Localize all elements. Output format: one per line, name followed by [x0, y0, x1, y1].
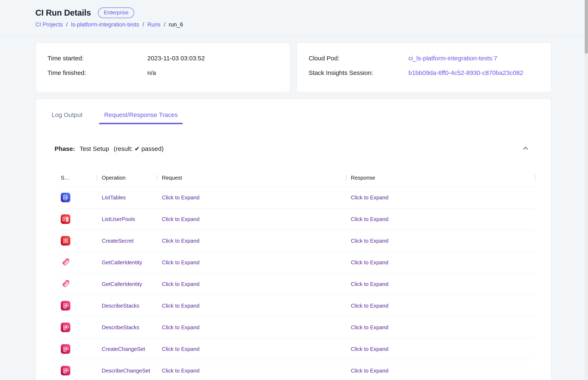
tab-log-output[interactable]: Log Output	[47, 111, 87, 123]
breadcrumb-item[interactable]: CI Projects	[35, 21, 63, 28]
table-row: CreateChangeSet Click to Expand Click to…	[61, 338, 535, 360]
cloudformation-icon	[61, 366, 70, 375]
response-expand-link[interactable]: Click to Expand	[351, 194, 388, 201]
column-header-response: Response	[346, 175, 535, 181]
cloudformation-icon	[61, 344, 70, 354]
tab-request-response-traces[interactable]: Request/Response Traces	[99, 111, 183, 123]
operation-link[interactable]: CreateSecret	[102, 238, 134, 244]
column-divider	[535, 175, 535, 181]
phase-result: (result: ✔ passed)	[114, 145, 164, 152]
table-row: CreateSecret Click to Expand Click to Ex…	[61, 230, 535, 252]
response-expand-link[interactable]: Click to Expand	[351, 281, 388, 287]
field-value-link[interactable]: ci_ls-platform-integration-tests:7	[408, 55, 497, 62]
table-row: DescribeChangeSet Click to Expand Click …	[61, 360, 535, 380]
traces-card: Log OutputRequest/Response Traces Phase:…	[35, 99, 551, 380]
column-header-service: S…	[61, 175, 97, 181]
trace-table: S… Operation Request Response ListTables…	[36, 169, 551, 380]
breadcrumb-item: run_6	[169, 21, 183, 28]
run-times-card: Time started:2023-11-03 03:03:52Time fin…	[35, 42, 290, 92]
breadcrumb: CI Projects/ls-platform-integration-test…	[35, 21, 588, 28]
page-header: CI Run Details Enterprise CI Projects/ls…	[0, 0, 588, 36]
card-row: Stack Insights Session:b1bb09da-6ff0-4c5…	[309, 69, 539, 76]
scrollbar-thumb[interactable]	[585, 0, 588, 54]
operation-link[interactable]: DescribeStacks	[102, 303, 139, 309]
response-expand-link[interactable]: Click to Expand	[351, 346, 388, 352]
field-value-link[interactable]: b1bb09da-6ff0-4c52-8930-c870ba23c082	[408, 69, 523, 76]
table-row: ListTables Click to Expand Click to Expa…	[61, 187, 535, 209]
table-row: DescribeStacks Click to Expand Click to …	[61, 295, 535, 317]
breadcrumb-separator: /	[164, 21, 165, 28]
enterprise-badge: Enterprise	[98, 7, 134, 18]
response-expand-link[interactable]: Click to Expand	[351, 303, 388, 309]
column-header-request: Request	[157, 175, 346, 181]
sts-icon	[61, 279, 70, 288]
cognito-icon	[61, 214, 70, 224]
breadcrumb-separator: /	[66, 21, 68, 28]
field-label: Time finished:	[47, 69, 147, 76]
chevron-up-icon	[522, 145, 529, 153]
sts-icon	[61, 257, 70, 267]
operation-link[interactable]: DescribeChangeSet	[102, 367, 150, 374]
field-value: n/a	[147, 69, 156, 76]
operation-link[interactable]: ListUserPools	[102, 216, 135, 222]
card-row: Time finished:n/a	[47, 69, 278, 76]
request-expand-link[interactable]: Click to Expand	[162, 216, 200, 222]
tab-label: Request/Response Traces	[104, 111, 178, 118]
scrollbar-track[interactable]	[585, 0, 588, 380]
table-body: ListTables Click to Expand Click to Expa…	[61, 187, 535, 380]
request-expand-link[interactable]: Click to Expand	[162, 259, 200, 266]
operation-link[interactable]: DescribeStacks	[102, 324, 139, 330]
card-row: Cloud Pod:ci_ls-platform-integration-tes…	[309, 55, 539, 62]
tab-label: Log Output	[52, 111, 82, 118]
request-expand-link[interactable]: Click to Expand	[162, 367, 200, 374]
active-tab-underline	[99, 123, 183, 124]
request-expand-link[interactable]: Click to Expand	[162, 238, 200, 244]
dynamodb-icon	[61, 193, 70, 202]
request-expand-link[interactable]: Click to Expand	[162, 324, 200, 330]
response-expand-link[interactable]: Click to Expand	[351, 238, 388, 244]
phase-name: Test Setup	[79, 145, 109, 152]
request-expand-link[interactable]: Click to Expand	[162, 281, 200, 287]
operation-link[interactable]: CreateChangeSet	[102, 346, 145, 352]
column-header-operation: Operation	[97, 175, 157, 181]
phase-collapse-button[interactable]	[522, 145, 529, 153]
request-expand-link[interactable]: Click to Expand	[162, 346, 200, 352]
phase-label: Phase:	[55, 145, 75, 152]
breadcrumb-separator: /	[143, 21, 144, 28]
response-expand-link[interactable]: Click to Expand	[351, 216, 388, 222]
field-value: 2023-11-03 03:03:52	[147, 55, 205, 62]
cloudformation-icon	[61, 323, 70, 332]
table-row: DescribeStacks Click to Expand Click to …	[61, 317, 535, 338]
page-title: CI Run Details	[35, 8, 91, 18]
operation-link[interactable]: GetCallerIdentity	[102, 259, 142, 266]
field-label: Stack Insights Session:	[309, 69, 408, 76]
cloudformation-icon	[61, 301, 70, 310]
request-expand-link[interactable]: Click to Expand	[162, 303, 200, 309]
phase-header: Phase: Test Setup (result: ✔ passed)	[36, 145, 551, 153]
breadcrumb-item[interactable]: ls-platform-integration-tests	[71, 21, 139, 28]
response-expand-link[interactable]: Click to Expand	[351, 324, 388, 330]
operation-link[interactable]: ListTables	[102, 194, 126, 201]
response-expand-link[interactable]: Click to Expand	[351, 259, 388, 266]
field-label: Time started:	[47, 55, 147, 62]
table-row: GetCallerIdentity Click to Expand Click …	[61, 273, 535, 295]
field-label: Cloud Pod:	[309, 55, 408, 62]
breadcrumb-item[interactable]: Runs	[147, 21, 160, 28]
table-row: ListUserPools Click to Expand Click to E…	[61, 209, 535, 230]
secretsmanager-icon	[61, 236, 70, 246]
info-cards: Time started:2023-11-03 03:03:52Time fin…	[35, 42, 551, 92]
table-row: GetCallerIdentity Click to Expand Click …	[61, 252, 535, 273]
response-expand-link[interactable]: Click to Expand	[351, 367, 388, 374]
request-expand-link[interactable]: Click to Expand	[162, 194, 200, 201]
card-row: Time started:2023-11-03 03:03:52	[47, 55, 278, 62]
session-card: Cloud Pod:ci_ls-platform-integration-tes…	[296, 42, 551, 92]
table-header-row: S… Operation Request Response	[61, 169, 535, 187]
tabs: Log OutputRequest/Response Traces	[36, 111, 551, 123]
operation-link[interactable]: GetCallerIdentity	[102, 281, 142, 287]
